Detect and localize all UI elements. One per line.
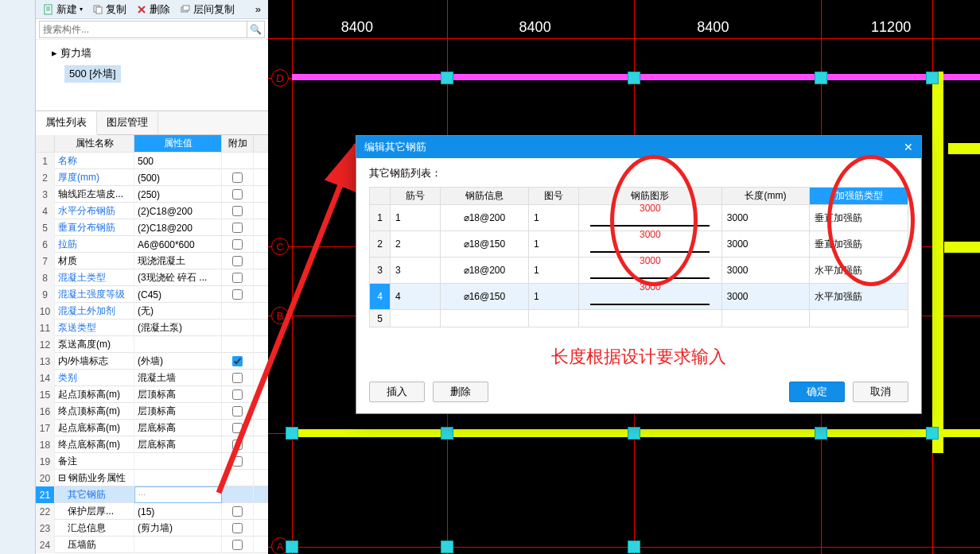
prop-value[interactable]: (剪力墙)	[134, 520, 222, 537]
annotation-circle-type	[827, 155, 915, 286]
prop-row[interactable]: 23 汇总信息(剪力墙)	[36, 520, 268, 537]
dialog-cancel-button[interactable]: 取消	[853, 382, 908, 402]
dialog-button-row: 插入 删除 确定 取消	[369, 382, 908, 402]
rebar-idx: 3	[370, 258, 391, 284]
dim-4: 11200	[802, 19, 980, 38]
node-a-0[interactable]	[286, 540, 298, 553]
rebar-info[interactable]: ⌀18@150	[440, 231, 528, 258]
node-m-4[interactable]	[926, 427, 939, 440]
rebar-no[interactable]: 1	[391, 205, 441, 231]
prop-idx: 23	[36, 520, 55, 537]
rebar-len[interactable]: 3000	[721, 258, 809, 284]
rebar-no[interactable]: 3	[391, 258, 441, 284]
rebar-no[interactable]: 2	[391, 231, 441, 258]
rt-head-no: 筋号	[391, 188, 441, 205]
annotation-circle-shape	[610, 155, 698, 286]
prop-value[interactable]	[134, 537, 222, 553]
node-d-1[interactable]	[441, 72, 453, 84]
rebar-row[interactable]: 44⌀16@150130003000水平加强筋	[370, 284, 908, 310]
rebar-idx: 2	[370, 231, 391, 258]
rt-head-idx	[370, 188, 391, 205]
prop-extra[interactable]	[222, 520, 254, 537]
dialog-titlebar[interactable]: 编辑其它钢筋 ✕	[356, 136, 921, 158]
dim-3: 8400	[624, 19, 803, 38]
rebar-tuhao[interactable]: 1	[529, 258, 579, 284]
rebar-idx: 5	[370, 310, 391, 327]
node-d-3[interactable]	[815, 72, 827, 84]
dim-2: 8400	[446, 19, 624, 38]
rebar-no[interactable]: 4	[391, 284, 441, 310]
prop-idx: 24	[36, 537, 55, 553]
rt-head-tuhao: 图号	[529, 188, 579, 205]
svg-line-5	[219, 145, 356, 493]
rebar-row-empty[interactable]: 5	[370, 310, 908, 327]
dialog-insert-button[interactable]: 插入	[369, 382, 425, 402]
rebar-info[interactable]: ⌀18@200	[440, 258, 528, 284]
annotation-arrow	[0, 0, 398, 517]
axis-a-line	[268, 547, 980, 548]
wall-branch-2[interactable]	[944, 242, 980, 253]
node-d-4[interactable]	[926, 72, 939, 84]
rt-head-len: 长度(mm)	[721, 188, 809, 205]
dialog-close-button[interactable]: ✕	[904, 141, 913, 153]
rebar-idx: 1	[370, 205, 391, 231]
dialog-ok-button[interactable]: 确定	[789, 382, 845, 402]
rebar-info[interactable]: ⌀16@150	[440, 284, 528, 310]
rebar-tuhao[interactable]: 1	[529, 205, 579, 231]
rebar-tuhao[interactable]: 1	[529, 231, 579, 258]
node-m-2[interactable]	[628, 427, 640, 440]
wall-branch-1[interactable]	[948, 143, 980, 154]
dialog-title-text: 编辑其它钢筋	[364, 140, 426, 154]
prop-name: 汇总信息	[55, 520, 134, 537]
rt-head-info: 钢筋信息	[440, 188, 528, 205]
prop-row[interactable]: 24 压墙筋	[36, 537, 268, 553]
rebar-shape[interactable]: 3000	[578, 284, 721, 310]
node-d-2[interactable]	[628, 72, 640, 84]
rebar-idx: 4	[370, 284, 391, 310]
rebar-len[interactable]: 3000	[721, 284, 809, 310]
rebar-tuhao[interactable]: 1	[529, 284, 579, 310]
node-m-1[interactable]	[441, 427, 453, 440]
node-a-2[interactable]	[628, 540, 640, 553]
node-m-3[interactable]	[815, 427, 827, 440]
dialog-note: 长度根据设计要求输入	[369, 345, 908, 369]
rebar-info[interactable]: ⌀18@200	[440, 205, 528, 231]
rebar-type[interactable]: 水平加强筋	[810, 284, 908, 310]
prop-name: 压墙筋	[55, 537, 134, 553]
wall-right[interactable]	[932, 72, 943, 453]
prop-extra[interactable]	[222, 537, 254, 553]
dialog-delete-button[interactable]: 删除	[433, 382, 488, 402]
rebar-len[interactable]: 3000	[721, 231, 809, 258]
rebar-len[interactable]: 3000	[721, 205, 809, 231]
node-a-1[interactable]	[441, 540, 453, 553]
